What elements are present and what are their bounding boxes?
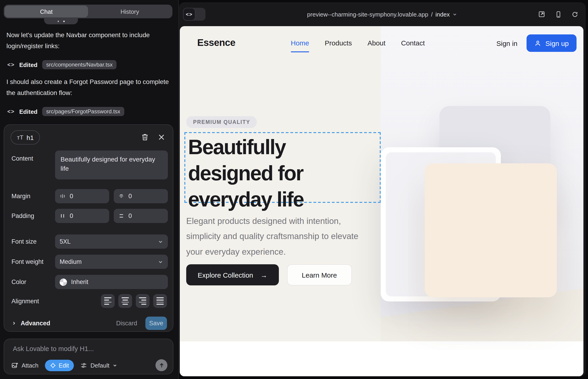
auth-actions: Sign in Sign up xyxy=(496,34,577,52)
chat-message: Now let's update the Navbar component to… xyxy=(6,29,172,51)
chat-history-tabbar: Chat History xyxy=(4,5,172,18)
chevron-down-icon xyxy=(452,12,458,17)
edited-file-row[interactable]: <> Edited src/pages/ForgotPassword.tsx xyxy=(7,107,124,116)
advanced-row: Advanced Discard Save xyxy=(12,316,167,330)
user-icon xyxy=(534,40,541,47)
edited-label: Edited xyxy=(19,108,37,115)
chevron-down-icon xyxy=(158,259,163,265)
chat-message: I should also create a Forgot Password p… xyxy=(6,76,172,98)
url-separator: / xyxy=(431,11,433,18)
align-left-button[interactable] xyxy=(101,294,115,308)
hero-cta-row: Explore Collection → Learn More xyxy=(186,264,352,285)
color-select[interactable]: Inherit xyxy=(55,275,168,289)
attach-button[interactable]: Attach xyxy=(12,362,39,369)
element-inspector-panel: тT h1 Content Beautifully designed for e… xyxy=(4,124,173,332)
sign-up-button[interactable]: Sign up xyxy=(526,34,576,52)
tab-chat[interactable]: Chat xyxy=(5,5,88,17)
element-tag: h1 xyxy=(27,134,34,141)
margin-x-icon xyxy=(60,193,66,199)
padding-y-icon xyxy=(118,213,124,219)
arrow-right-icon: → xyxy=(261,271,267,279)
margin-y-input[interactable]: 0 xyxy=(114,189,168,203)
route-name: index xyxy=(435,11,450,18)
edit-mode-button[interactable]: Edit xyxy=(45,360,74,371)
align-justify-button[interactable] xyxy=(153,294,167,308)
learn-more-button[interactable]: Learn More xyxy=(287,264,352,285)
content-textarea[interactable]: Beautifully designed for everyday life xyxy=(55,151,168,179)
composer-input[interactable]: Ask Lovable to modify H1... xyxy=(13,345,94,352)
file-badge[interactable]: src/components/Navbar.tsx xyxy=(42,60,117,69)
refresh-icon[interactable] xyxy=(572,11,578,18)
send-button[interactable] xyxy=(155,359,167,371)
color-swatch xyxy=(60,278,67,286)
sliders-icon xyxy=(80,362,87,369)
code-icon: <> xyxy=(7,62,15,68)
margin-x-input[interactable]: 0 xyxy=(55,189,109,203)
alignment-group xyxy=(101,294,167,308)
preview-url: preview--charming-site-symphony.lovable.… xyxy=(307,11,428,18)
target-icon xyxy=(50,362,56,368)
align-right-button[interactable] xyxy=(136,294,150,308)
mobile-view-icon[interactable] xyxy=(555,11,562,18)
selection-outline[interactable]: Beautifully designed for everyday life xyxy=(184,132,381,203)
padding-y-input[interactable]: 0 xyxy=(114,209,168,223)
nav-link-products[interactable]: Products xyxy=(325,39,352,47)
nav-links: Home Products About Contact xyxy=(291,39,425,47)
font-size-select[interactable]: 5XL xyxy=(55,235,168,249)
explore-collection-button[interactable]: Explore Collection → xyxy=(186,264,279,285)
sign-in-link[interactable]: Sign in xyxy=(496,39,518,47)
font-size-label: Font size xyxy=(12,238,37,245)
composer-controls: Attach Edit Default xyxy=(12,359,167,371)
margin-y-icon xyxy=(118,193,124,199)
edited-label: Edited xyxy=(19,61,37,68)
site-logo[interactable]: Essence xyxy=(197,37,235,48)
attach-image-icon xyxy=(12,362,18,369)
preview-page: Essence Home Products About Contact Sign… xyxy=(180,26,583,376)
font-weight-select[interactable]: Medium xyxy=(55,255,168,269)
tab-history[interactable]: History xyxy=(88,5,171,17)
nav-link-about[interactable]: About xyxy=(367,39,385,47)
site-navbar: Essence Home Products About Contact Sign… xyxy=(180,26,583,60)
discard-button[interactable]: Discard xyxy=(116,320,137,327)
padding-label: Padding xyxy=(12,212,34,219)
nav-link-contact[interactable]: Contact xyxy=(401,39,425,47)
chevron-down-icon xyxy=(113,363,118,368)
file-badge[interactable]: src/pages/ForgotPassword.tsx xyxy=(42,107,124,116)
element-tag-pill[interactable]: тT h1 xyxy=(11,130,40,144)
premium-quality-badge: PREMIUM QUALITY xyxy=(186,116,257,128)
padding-x-icon xyxy=(60,213,66,219)
color-label: Color xyxy=(12,279,26,285)
chevron-right-icon[interactable] xyxy=(12,320,16,326)
save-button[interactable]: Save xyxy=(145,316,167,330)
typography-icon: тT xyxy=(17,134,23,141)
hero-heading[interactable]: Beautifully designed for everyday life xyxy=(188,134,371,213)
default-mode-button[interactable]: Default xyxy=(80,362,118,369)
align-center-button[interactable] xyxy=(118,294,132,308)
nav-link-home[interactable]: Home xyxy=(291,39,309,47)
content-label: Content xyxy=(12,155,33,162)
chat-composer: Ask Lovable to modify H1... Attach Edit … xyxy=(4,339,173,374)
code-icon: <> xyxy=(7,108,15,115)
arrow-up-icon xyxy=(158,362,164,368)
edited-file-row[interactable]: <> Edited src/components/Navbar.tsx xyxy=(7,60,117,69)
padding-x-input[interactable]: 0 xyxy=(55,209,109,223)
url-bar[interactable]: preview--charming-site-symphony.lovable.… xyxy=(179,2,586,26)
margin-label: Margin xyxy=(12,193,31,200)
open-in-new-tab-icon[interactable] xyxy=(538,11,545,18)
delete-element-icon[interactable] xyxy=(141,133,149,141)
lovable-sidebar: Chat History Now let's update the Navbar… xyxy=(0,0,179,379)
advanced-toggle[interactable]: Advanced xyxy=(21,320,50,327)
scrolled-chip-fragment xyxy=(44,18,78,24)
decorative-card-beige xyxy=(425,163,557,297)
chevron-down-icon xyxy=(158,239,163,244)
browser-chrome: <> preview--charming-site-symphony.lovab… xyxy=(179,2,586,26)
close-icon[interactable] xyxy=(157,133,166,141)
chrome-actions xyxy=(538,2,578,26)
hero-paragraph: Elegant products designed with intention… xyxy=(186,213,371,259)
alignment-label: Alignment xyxy=(12,298,39,305)
app-root: Chat History Now let's update the Navbar… xyxy=(0,0,588,379)
font-weight-label: Font weight xyxy=(12,258,44,265)
preview-browser-window: <> preview--charming-site-symphony.lovab… xyxy=(179,2,586,377)
section-below-hero xyxy=(180,341,583,376)
